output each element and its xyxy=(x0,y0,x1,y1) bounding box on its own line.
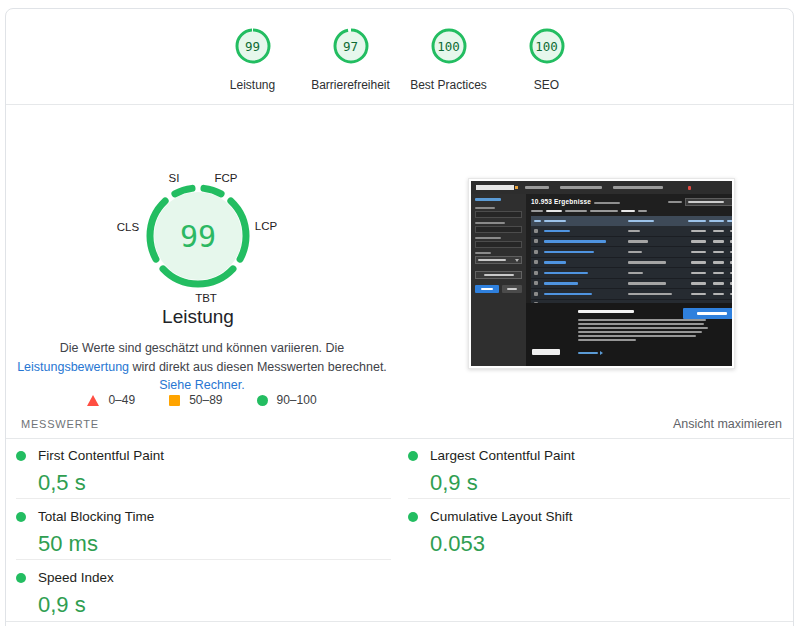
screenshot-secondary-button xyxy=(502,285,522,293)
screenshot-input xyxy=(475,226,522,233)
screenshot-input xyxy=(475,241,522,248)
score-label: Leistung xyxy=(230,78,275,92)
score-ring-leistung: 99 xyxy=(234,27,272,65)
performance-score: 99 xyxy=(143,181,253,291)
chevron-right-icon xyxy=(600,351,603,355)
score-value: 99 xyxy=(234,27,272,65)
expand-view-link[interactable]: Ansicht maximieren xyxy=(673,417,782,431)
screenshot-table-row xyxy=(531,258,732,269)
cookie-vendor-logo xyxy=(532,349,560,355)
screenshot-table-row xyxy=(531,226,732,237)
screenshot-nav-marker xyxy=(688,186,691,190)
screenshot-field-label xyxy=(475,207,495,209)
screenshot-cookie-banner xyxy=(526,303,732,366)
metrics-column-left: First Contentful Paint 0,5 s Total Block… xyxy=(16,438,391,621)
screenshot-dropdown xyxy=(475,256,522,264)
score-value: 100 xyxy=(430,27,468,65)
score-label: Barrierefreiheit xyxy=(311,78,390,92)
score-gauge-leistung[interactable]: 99 Leistung xyxy=(204,27,302,92)
screenshot-table-row xyxy=(531,247,732,258)
metric-value: 0,9 s xyxy=(38,592,391,618)
metrics-section-heading: MESSWERTE xyxy=(21,418,99,430)
metric-value: 0.053 xyxy=(430,531,790,557)
screenshot-site-logo xyxy=(476,185,514,190)
score-label: SEO xyxy=(534,78,559,92)
page-screenshot-thumbnail[interactable]: 10.953 Ergebnisse xyxy=(468,178,735,369)
screenshot-field-label xyxy=(475,237,501,239)
score-gauge-seo[interactable]: 100 SEO xyxy=(498,27,596,92)
screenshot-nav-item xyxy=(525,186,549,189)
gauge-segment-label-fcp: FCP xyxy=(215,172,238,184)
green-circle-icon xyxy=(257,395,268,406)
screenshot-sort-dropdown xyxy=(685,198,732,206)
disclaimer-prefix: Die Werte sind geschätzt und können vari… xyxy=(60,341,345,355)
screenshot-primary-button xyxy=(475,285,499,293)
pass-dot-icon xyxy=(16,451,26,461)
score-gauge-barrierefreiheit[interactable]: 97 Barrierefreiheit xyxy=(302,27,400,92)
metric-name: First Contentful Paint xyxy=(38,448,164,463)
gauge-segment-label-tbt: TBT xyxy=(195,292,217,304)
score-ring-seo: 100 xyxy=(528,27,566,65)
calculation-link[interactable]: Leistungsbewertung xyxy=(17,360,129,374)
screenshot-table-rows xyxy=(531,226,732,310)
cookie-banner-title xyxy=(578,310,634,313)
performance-gauge[interactable]: 99 xyxy=(143,181,253,291)
score-legend: 0–49 50–89 90–100 xyxy=(6,393,398,407)
screenshot-nav-item xyxy=(613,186,663,189)
cookie-accept-button xyxy=(683,308,732,319)
score-gauge-best-practices[interactable]: 100 Best Practices xyxy=(400,27,498,92)
disclaimer-middle: wird direkt aus diesen Messwerten berech… xyxy=(133,360,387,374)
metrics-column-right: Largest Contentful Paint 0,9 s Cumulativ… xyxy=(408,438,790,560)
screenshot-navbar xyxy=(471,181,732,194)
screenshot-filter-title xyxy=(475,198,501,201)
screenshot-table-row xyxy=(531,289,732,300)
pass-dot-icon xyxy=(16,512,26,522)
metric-value: 50 ms xyxy=(38,531,391,557)
screenshot-field-label xyxy=(475,222,505,224)
lighthouse-report-card: 99 Leistung 97 Barrierefreiheit 100 xyxy=(5,8,794,626)
screenshot-table-row xyxy=(531,279,732,290)
cookie-details-link xyxy=(578,352,598,355)
pass-dot-icon xyxy=(408,512,418,522)
chevron-down-icon xyxy=(515,259,519,262)
screenshot-field-label xyxy=(475,252,491,254)
legend-range: 0–49 xyxy=(108,393,135,407)
bottom-divider xyxy=(6,621,793,622)
score-ring-best-practices: 100 xyxy=(430,27,468,65)
metric-value: 0,9 s xyxy=(430,470,790,496)
legend-range: 50–89 xyxy=(189,393,222,407)
pass-dot-icon xyxy=(16,573,26,583)
metric-cumulative-layout-shift: Cumulative Layout Shift 0.053 xyxy=(408,499,790,560)
legend-item-pass: 90–100 xyxy=(257,393,317,407)
legend-range: 90–100 xyxy=(277,393,317,407)
metric-first-contentful-paint: First Contentful Paint 0,5 s xyxy=(16,438,391,499)
legend-item-average: 50–89 xyxy=(169,393,222,407)
gauge-segment-label-lcp: LCP xyxy=(255,220,277,232)
legend-item-fail: 0–49 xyxy=(87,393,135,407)
metric-value: 0,5 s xyxy=(38,470,391,496)
score-value: 97 xyxy=(332,27,370,65)
orange-square-icon xyxy=(169,395,180,406)
section-divider xyxy=(6,104,793,105)
screenshot-table-header xyxy=(531,216,732,226)
metric-name: Total Blocking Time xyxy=(38,509,154,524)
screenshot-body: 10.953 Ergebnisse xyxy=(471,194,732,366)
category-scores-row: 99 Leistung 97 Barrierefreiheit 100 xyxy=(6,27,793,92)
screenshot-results-area: 10.953 Ergebnisse xyxy=(526,194,732,366)
gauge-title: Leistung xyxy=(162,306,234,328)
red-triangle-icon xyxy=(87,395,99,406)
gauge-segment-label-si: SI xyxy=(169,172,180,184)
metric-largest-contentful-paint: Largest Contentful Paint 0,9 s xyxy=(408,438,790,499)
screenshot-filter-sidebar xyxy=(471,194,526,366)
metric-total-blocking-time: Total Blocking Time 50 ms xyxy=(16,499,391,560)
screenshot-table-row xyxy=(531,268,732,279)
metric-name: Speed Index xyxy=(38,570,114,585)
screenshot-outline-button xyxy=(475,271,522,279)
screenshot-table-row xyxy=(531,237,732,248)
score-value: 100 xyxy=(528,27,566,65)
disclaimer-text: Die Werte sind geschätzt und können vari… xyxy=(12,339,392,395)
metric-name: Largest Contentful Paint xyxy=(430,448,575,463)
metric-speed-index: Speed Index 0,9 s xyxy=(16,560,391,621)
screenshot-results-heading: 10.953 Ergebnisse xyxy=(531,198,591,205)
calculator-link[interactable]: Siehe Rechner. xyxy=(159,378,244,392)
